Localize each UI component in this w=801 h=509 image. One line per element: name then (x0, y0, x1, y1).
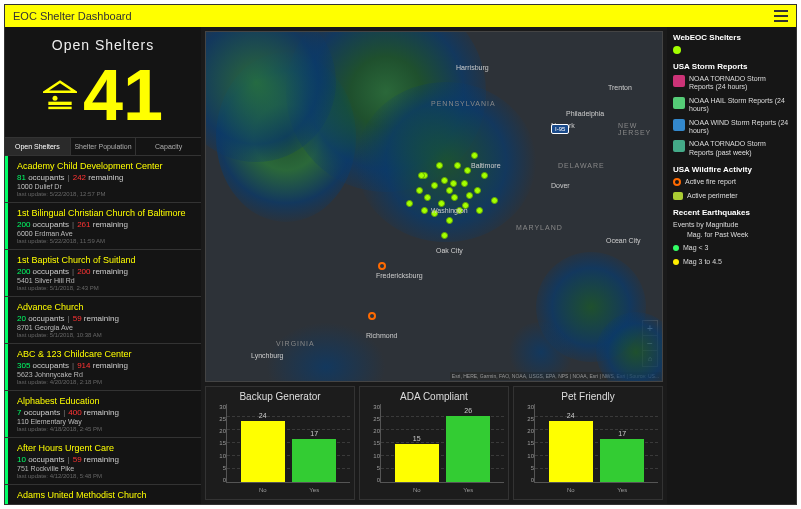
shelter-marker[interactable] (464, 167, 471, 174)
legend-item[interactable] (673, 46, 790, 54)
legend-item[interactable]: Active perimeter (673, 192, 790, 200)
legend-item[interactable]: Mag < 3 (673, 244, 790, 252)
legend-title: WebEOC Shelters (673, 33, 790, 42)
chart: Backup Generator 302520151050 24No17Yes (205, 386, 355, 500)
svg-rect-1 (48, 102, 71, 105)
chart-title: Pet Friendly (518, 391, 658, 402)
legend-item[interactable]: NOAA TORNADO Storm Reports (24 hours) (673, 75, 790, 92)
fire-marker[interactable] (378, 262, 386, 270)
shelter-address: 110 Elementary Way (13, 418, 193, 425)
shelter-marker[interactable] (461, 180, 468, 187)
legend-item[interactable]: NOAA HAIL Storm Reports (24 hours) (673, 97, 790, 114)
list-item[interactable]: After Hours Urgent Care 10 occupants|59 … (5, 438, 201, 485)
shelter-marker[interactable] (476, 207, 483, 214)
city-label: Oak City (436, 247, 463, 254)
shelter-stats: 7 occupants|400 remaining (13, 408, 193, 417)
shelter-marker[interactable] (454, 162, 461, 169)
list-item[interactable]: Academy Child Development Center 81 occu… (5, 156, 201, 203)
shelter-stats: 61 occupants|182 remaining (13, 502, 193, 504)
city-label: Lynchburg (251, 352, 283, 359)
bar[interactable]: 17Yes (600, 430, 644, 482)
legend-item[interactable]: Active fire report (673, 178, 790, 186)
shelter-stats: 305 occupants|914 remaining (13, 361, 193, 370)
tab-shelter-population[interactable]: Shelter Population (71, 138, 137, 155)
legend-item[interactable]: Mag 3 to 4.5 (673, 258, 790, 266)
shelter-marker[interactable] (491, 197, 498, 204)
shelter-marker[interactable] (418, 172, 425, 179)
chart-title: Backup Generator (210, 391, 350, 402)
tab-open-shelters[interactable]: Open Shelters (5, 138, 71, 155)
shelter-marker[interactable] (436, 162, 443, 169)
map[interactable]: + − ⌂ Esri, HERE, Garmin, FAO, NOAA, USG… (205, 31, 663, 382)
shelter-address: 751 Rockville Pike (13, 465, 193, 472)
shelter-address: 1000 Dulief Dr (13, 183, 193, 190)
tab-capacity[interactable]: Capacity (136, 138, 201, 155)
bar[interactable]: 24No (549, 412, 593, 482)
legend-group: Recent EarthquakesEvents by MagnitudeMag… (673, 208, 790, 266)
bar[interactable]: 24No (241, 412, 285, 482)
list-item[interactable]: ABC & 123 Childcare Center 305 occupants… (5, 344, 201, 391)
shelter-stats: 10 occupants|59 remaining (13, 455, 193, 464)
legend-item[interactable]: NOAA TORNADO Storm Reports (past week) (673, 140, 790, 157)
list-item[interactable]: 1st Baptist Church of Suitland 200 occup… (5, 250, 201, 297)
shelter-marker[interactable] (441, 232, 448, 239)
legend-panel[interactable]: WebEOC SheltersUSA Storm ReportsNOAA TOR… (667, 27, 796, 504)
shelter-stats: 200 occupants|200 remaining (13, 267, 193, 276)
shelter-marker[interactable] (451, 194, 458, 201)
shelter-marker[interactable] (446, 217, 453, 224)
fire-marker[interactable] (368, 312, 376, 320)
shelter-updated: last update: 5/1/2018, 10:38 AM (13, 332, 193, 338)
hamburger-menu-icon[interactable] (774, 10, 788, 22)
shelter-marker[interactable] (438, 200, 445, 207)
shelter-updated: last update: 4/12/2018, 5:48 PM (13, 473, 193, 479)
shelter-updated: last update: 5/22/2018, 12:57 PM (13, 191, 193, 197)
shelter-marker[interactable] (416, 187, 423, 194)
shelter-list[interactable]: Academy Child Development Center 81 occu… (5, 156, 201, 504)
city-label: Washington (431, 207, 468, 214)
list-item[interactable]: 1st Bilingual Christian Church of Baltim… (5, 203, 201, 250)
shelter-marker[interactable] (406, 200, 413, 207)
shelter-marker[interactable] (446, 187, 453, 194)
shelter-name: Alphabest Education (13, 396, 193, 406)
state-label: PENNSYLVANIA (431, 100, 496, 107)
app-title: EOC Shelter Dashboard (13, 10, 132, 22)
shelter-stats: 20 occupants|59 remaining (13, 314, 193, 323)
plot-area: 24No17Yes (226, 404, 350, 483)
shelter-marker[interactable] (450, 180, 457, 187)
shelter-marker[interactable] (421, 207, 428, 214)
shelter-name: 1st Bilingual Christian Church of Baltim… (13, 208, 193, 218)
shelter-address: 6000 Erdman Ave (13, 230, 193, 237)
app-root: EOC Shelter Dashboard Open Shelters 41 O… (4, 4, 797, 505)
bar[interactable]: 15No (395, 435, 439, 482)
shelter-marker[interactable] (474, 187, 481, 194)
shelter-marker[interactable] (466, 192, 473, 199)
list-item[interactable]: Adams United Methodist Church 61 occupan… (5, 485, 201, 504)
shelter-name: Adams United Methodist Church (13, 490, 193, 500)
shelter-marker[interactable] (441, 177, 448, 184)
shelter-updated: last update: 5/1/2018, 2:43 PM (13, 285, 193, 291)
shelter-name: ABC & 123 Childcare Center (13, 349, 193, 359)
shelter-updated: last update: 4/18/2018, 2:45 PM (13, 426, 193, 432)
shelter-marker[interactable] (431, 182, 438, 189)
plot-area: 15No26Yes (380, 404, 504, 483)
legend-item[interactable]: Mag. for Past Week (673, 231, 790, 239)
mid-panel: + − ⌂ Esri, HERE, Garmin, FAO, NOAA, USG… (201, 27, 667, 504)
state-label: NEW JERSEY (618, 122, 662, 136)
content: Open Shelters 41 Open Shelters Shelter P… (5, 27, 796, 504)
radar-overlay (266, 322, 386, 382)
shelter-marker[interactable] (471, 152, 478, 159)
titlebar: EOC Shelter Dashboard (5, 5, 796, 27)
shelter-name: Academy Child Development Center (13, 161, 193, 171)
bar[interactable]: 17Yes (292, 430, 336, 482)
city-label: Dover (551, 182, 570, 189)
legend-item[interactable]: NOAA WIND Storm Reports (24 hours) (673, 119, 790, 136)
bar[interactable]: 26Yes (446, 407, 490, 482)
shelter-stats: 81 occupants|242 remaining (13, 173, 193, 182)
shelter-marker[interactable] (481, 172, 488, 179)
legend-group: WebEOC Shelters (673, 33, 790, 54)
list-item[interactable]: Advance Church 20 occupants|59 remaining… (5, 297, 201, 344)
shelter-name: 1st Baptist Church of Suitland (13, 255, 193, 265)
list-item[interactable]: Alphabest Education 7 occupants|400 rema… (5, 391, 201, 438)
city-label: Richmond (366, 332, 398, 339)
shelter-marker[interactable] (424, 194, 431, 201)
